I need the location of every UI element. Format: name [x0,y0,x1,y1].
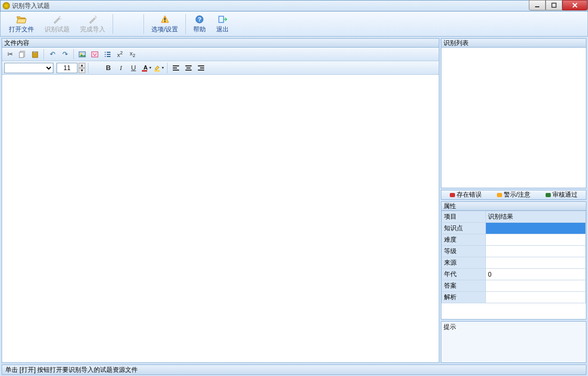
object-icon [91,51,98,58]
prop-key: 年代 [442,269,486,280]
table-row[interactable]: 年代0 [442,269,586,280]
prop-val[interactable] [486,223,586,234]
table-row[interactable]: 等级 [442,246,586,257]
svg-rect-5 [164,21,165,22]
file-content-header: 文件内容 [2,38,439,48]
close-button[interactable] [562,0,587,10]
legend-pass: 审核通过 [546,190,578,199]
prop-key: 解析 [442,292,486,303]
window-buttons [529,0,587,10]
undo-button[interactable]: ↶ [47,49,58,60]
svg-rect-10 [19,52,24,58]
svg-point-3 [60,18,61,19]
col-item: 项目 [442,211,486,223]
legend-warning-label: 警示/注意 [504,190,530,199]
italic-button[interactable]: I [115,62,127,74]
help-label: 帮助 [193,25,206,34]
prop-val[interactable] [486,246,586,257]
cut-button[interactable]: ✂ [4,49,16,60]
legend-warning: 警示/注意 [497,190,530,199]
svg-text:A: A [143,64,148,71]
image-button[interactable] [76,49,88,60]
spinner-up-icon[interactable]: ▲ [79,63,85,68]
table-row[interactable]: 解析 [442,292,586,303]
svg-rect-17 [107,52,110,53]
prop-val[interactable] [486,234,586,246]
svg-point-2 [59,16,61,17]
highlight-button[interactable]: ▾ [153,62,164,74]
subscript-button[interactable]: x2 [127,49,138,60]
recognize-button: 识别试题 [39,13,75,35]
help-icon: ? [194,14,205,25]
main-toolbar: 打开文件 识别试题 完成导入 选项/设置 ? 帮助 退出 [0,12,588,37]
prop-key: 来源 [442,257,486,269]
left-panel: 文件内容 ✂ ↶ ↷ x2 x2 ▲ [2,38,439,363]
align-left-button[interactable] [170,62,182,74]
svg-rect-32 [200,67,204,69]
prop-val[interactable] [486,280,586,292]
svg-point-18 [105,54,106,55]
titlebar: 识别导入试题 [0,0,588,12]
toolbar-separator [185,14,186,34]
finish-import-button: 完成导入 [75,13,110,35]
prop-val[interactable] [486,292,586,303]
spinner-down-icon[interactable]: ▼ [79,68,85,73]
prop-key: 知识点 [442,223,486,234]
underline-button[interactable]: U [128,62,139,74]
object-button[interactable] [89,49,101,60]
font-color-button[interactable]: A▾ [140,62,152,74]
right-panel: 识别列表 存在错误 警示/注意 审核通过 属性 项目 识别结果 知识点 难度 等… [441,38,586,363]
paste-button[interactable] [29,49,41,60]
editor-separator [88,63,88,73]
list-button[interactable] [102,49,113,60]
statusbar-text: 单击 [打开] 按钮打开要识别导入的试题资源文件 [5,366,138,374]
maximize-icon [551,3,557,8]
highlight-icon [153,64,161,72]
redo-button[interactable]: ↷ [59,49,71,60]
orange-dot-icon [497,193,502,197]
table-row[interactable]: 答案 [442,280,586,292]
minimize-button[interactable] [529,0,546,10]
svg-rect-12 [34,51,37,53]
bold-button[interactable]: B [103,62,114,74]
copy-button[interactable] [17,49,28,60]
table-row[interactable]: 难度 [442,234,586,246]
font-color-icon: A [141,64,149,72]
recognize-label: 识别试题 [45,25,70,34]
wand-icon [52,14,62,25]
options-button[interactable]: 选项/设置 [146,13,183,35]
table-row[interactable]: 来源 [442,257,586,269]
recognition-list[interactable] [441,48,586,188]
recognition-list-header: 识别列表 [441,38,586,48]
table-header-row: 项目 识别结果 [442,211,586,223]
align-center-button[interactable] [183,62,194,74]
statusbar: 单击 [打开] 按钮打开要识别导入的试题资源文件 [2,364,586,375]
prop-key: 难度 [442,234,486,246]
exit-label: 退出 [216,25,229,34]
editor-content[interactable] [2,75,439,362]
table-row[interactable]: 知识点 [442,223,586,234]
font-family-select[interactable] [4,63,53,73]
green-dot-icon [546,193,551,197]
align-right-button[interactable] [195,62,207,74]
help-button[interactable]: ? 帮助 [188,13,211,35]
finish-import-label: 完成导入 [80,25,105,34]
maximize-button[interactable] [546,0,562,10]
superscript-button[interactable]: x2 [114,49,126,60]
prop-val[interactable] [486,257,586,269]
list-icon [104,51,111,58]
svg-rect-30 [185,70,192,71]
close-icon [572,3,578,8]
italic-icon: I [120,64,122,72]
red-dot-icon [450,193,455,197]
svg-rect-24 [154,70,160,72]
font-size-spinner[interactable]: ▲ ▼ [79,63,85,73]
exit-button[interactable]: 退出 [211,13,234,35]
align-left-icon [172,64,180,72]
svg-text:?: ? [198,16,202,22]
prop-val[interactable]: 0 [486,269,586,280]
font-size-input[interactable] [57,63,77,73]
svg-rect-27 [173,70,179,71]
open-file-button[interactable]: 打开文件 [4,13,39,35]
svg-rect-26 [173,67,177,69]
